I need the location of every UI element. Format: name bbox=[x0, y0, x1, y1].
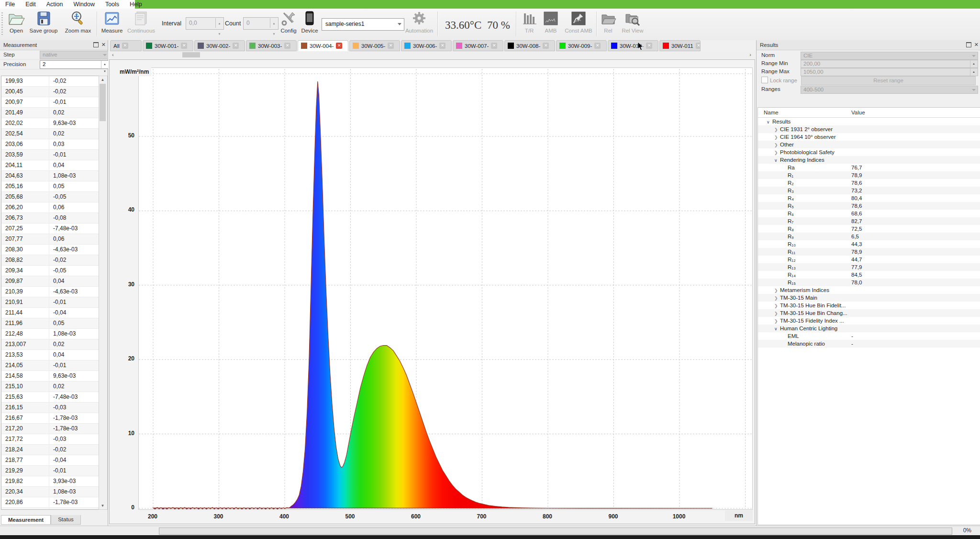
tree-expander-icon[interactable]: ❯ bbox=[774, 287, 780, 294]
measurement-row[interactable]: 220,86-1,78e-03 bbox=[1, 497, 99, 508]
measurement-row[interactable]: 209,870,04 bbox=[1, 276, 99, 287]
precision-spinbox[interactable]: 2 ▲▼ bbox=[40, 60, 109, 69]
series-tab-30w-008-[interactable]: 30W-008-✕ bbox=[504, 40, 555, 51]
series-tab-30w-007-[interactable]: 30W-007-✕ bbox=[453, 40, 503, 51]
measurement-row[interactable]: 217,20-1,78e-03 bbox=[1, 424, 99, 434]
tab-close-button[interactable]: ✕ bbox=[388, 43, 394, 49]
measurement-row[interactable]: 205,68-0,05 bbox=[1, 192, 99, 202]
tree-expander-icon[interactable]: ❯ bbox=[774, 294, 780, 302]
tab-close-button[interactable]: ✕ bbox=[491, 43, 497, 49]
measurement-row[interactable]: 203,59-0,01 bbox=[1, 150, 99, 160]
tab-measurement[interactable]: Measurement bbox=[1, 515, 51, 525]
measurement-row[interactable]: 214,05-0,01 bbox=[1, 360, 99, 371]
tree-row[interactable]: R₁₂44,7 bbox=[758, 256, 980, 263]
automation-button[interactable]: Automation bbox=[405, 11, 434, 34]
tree-row[interactable]: R₇82,7 bbox=[758, 217, 980, 225]
float-panel-icon[interactable] bbox=[966, 42, 971, 47]
ranges-select[interactable]: 400-500 bbox=[801, 86, 978, 94]
measurement-row[interactable]: 216,67-1,78e-03 bbox=[1, 413, 99, 424]
measurement-row[interactable]: 220,341,08e-03 bbox=[1, 487, 99, 497]
tree-row[interactable]: ∨Rendering Indices bbox=[758, 156, 980, 164]
tab-scrollbar-thumb[interactable] bbox=[182, 52, 200, 57]
reset-range-button[interactable]: Reset range bbox=[801, 76, 976, 85]
measurement-row[interactable]: 208,30-4,63e-03 bbox=[1, 245, 99, 255]
tree-row[interactable]: R₉6,5 bbox=[758, 233, 980, 240]
tree-row[interactable]: R₂78,6 bbox=[758, 179, 980, 187]
tree-expander-icon[interactable]: ∨ bbox=[774, 325, 780, 333]
scrollbar-thumb[interactable] bbox=[100, 84, 106, 121]
tree-row[interactable]: ❯TM-30-15 Hue Bin Chang... bbox=[758, 309, 980, 317]
tree-row[interactable]: ❯Metamerism Indices bbox=[758, 286, 980, 294]
tree-row[interactable]: R₁₁78,9 bbox=[758, 248, 980, 256]
measurement-row[interactable]: 215,63-7,48e-03 bbox=[1, 392, 99, 403]
count-spin-arrows[interactable]: ▲▼ bbox=[270, 18, 278, 28]
measurement-row[interactable]: 218,77-0,04 bbox=[1, 455, 99, 466]
const-amb-button[interactable]: Const AMB bbox=[564, 11, 593, 34]
tab-close-button[interactable]: ✕ bbox=[233, 43, 239, 49]
tree-row[interactable]: R₁₃77,9 bbox=[758, 263, 980, 271]
spectrum-chart[interactable]: mW/m²/nm 01020304050 2003004005006007008… bbox=[109, 59, 755, 524]
measurement-row[interactable]: 207,25-7,48e-03 bbox=[1, 224, 99, 234]
tree-row[interactable]: ❯TM-30-15 Main bbox=[758, 294, 980, 302]
measurement-row[interactable]: 202,029,63e-03 bbox=[1, 118, 99, 129]
float-panel-icon[interactable] bbox=[93, 42, 99, 47]
tree-row[interactable]: R₄80,4 bbox=[758, 194, 980, 202]
tree-row[interactable]: R₁78,9 bbox=[758, 171, 980, 179]
tree-value-column-header[interactable]: Value bbox=[851, 108, 865, 117]
menu-tools[interactable]: Tools bbox=[100, 0, 124, 9]
measurement-row[interactable]: 211,44-0,04 bbox=[1, 308, 99, 318]
series-tab-all[interactable]: All✕ bbox=[110, 40, 142, 51]
tree-row[interactable]: ❯Photobiological Safety bbox=[758, 148, 980, 156]
tree-row[interactable]: R₆68,6 bbox=[758, 210, 980, 217]
tree-expander-icon[interactable]: ❯ bbox=[774, 149, 780, 157]
series-tab-30w-009-[interactable]: 30W-009-✕ bbox=[556, 40, 607, 51]
measurement-row[interactable]: 207,770,06 bbox=[1, 234, 99, 245]
measurement-row[interactable]: 200,97-0,01 bbox=[1, 97, 99, 108]
range-max-spin-arrows[interactable]: ▲▼ bbox=[970, 68, 977, 76]
tab-close-button[interactable]: ✕ bbox=[122, 43, 128, 49]
tree-expander-icon[interactable]: ∨ bbox=[767, 118, 772, 126]
measure-button[interactable]: Measure bbox=[100, 11, 123, 34]
tree-row[interactable]: R₅78,6 bbox=[758, 202, 980, 210]
tree-row[interactable]: R₃73,2 bbox=[758, 187, 980, 194]
series-tab-30w-010-[interactable]: 30W-010-✕ bbox=[608, 40, 658, 51]
tree-expander-icon[interactable]: ∨ bbox=[774, 157, 780, 164]
measurement-row[interactable]: 215,100,02 bbox=[1, 382, 99, 392]
tab-close-button[interactable]: ✕ bbox=[336, 43, 342, 49]
measurement-table-scrollbar[interactable]: ▲ ▼ bbox=[99, 76, 108, 510]
measurement-row[interactable]: 213,530,04 bbox=[1, 350, 99, 360]
tab-close-button[interactable]: ✕ bbox=[696, 43, 701, 49]
measurement-row[interactable]: 210,39-4,63e-03 bbox=[1, 287, 99, 297]
tree-expander-icon[interactable]: ❯ bbox=[774, 302, 780, 310]
range-min-spinbox[interactable]: 200,00 ▲▼ bbox=[801, 60, 978, 68]
menu-file[interactable]: File bbox=[0, 0, 20, 9]
tree-name-column-header[interactable]: Name bbox=[764, 108, 779, 117]
measurement-row[interactable]: 200,45-0,02 bbox=[1, 87, 99, 97]
measurement-row[interactable]: 205,160,05 bbox=[1, 181, 99, 192]
close-panel-icon[interactable]: ✕ bbox=[974, 42, 979, 47]
measurement-row[interactable]: 212,481,08e-03 bbox=[1, 329, 99, 339]
tree-row[interactable]: R₁₀44,3 bbox=[758, 240, 980, 248]
series-tab-30w-001-[interactable]: 30W-001-✕ bbox=[143, 40, 193, 51]
tab-status[interactable]: Status bbox=[51, 515, 81, 525]
series-tab-30w-004-[interactable]: 30W-004-✕ bbox=[298, 40, 348, 51]
measurement-row[interactable]: 204,631,08e-03 bbox=[1, 171, 99, 181]
tree-expander-icon[interactable]: ❯ bbox=[774, 126, 780, 134]
measurement-row[interactable]: 217,72-0,03 bbox=[1, 434, 99, 445]
step-select[interactable]: native bbox=[40, 51, 109, 59]
measurement-row[interactable]: 211,960,05 bbox=[1, 318, 99, 329]
tab-close-button[interactable]: ✕ bbox=[543, 43, 549, 49]
measurement-row[interactable]: 206,200,06 bbox=[1, 202, 99, 213]
tree-expander-icon[interactable]: ❯ bbox=[774, 141, 780, 149]
tree-row[interactable]: Melanopic ratio- bbox=[758, 340, 980, 348]
measurement-row[interactable]: 214,589,63e-03 bbox=[1, 371, 99, 382]
tree-row[interactable]: ❯TM-30-15 Fidelity Index ... bbox=[758, 317, 980, 325]
tree-row[interactable]: R₈72,5 bbox=[758, 225, 980, 233]
precision-spin-arrows[interactable]: ▲▼ bbox=[101, 61, 108, 68]
measurement-row[interactable]: 204,110,04 bbox=[1, 160, 99, 171]
tab-close-button[interactable]: ✕ bbox=[646, 43, 652, 49]
measurement-row[interactable]: 201,490,02 bbox=[1, 108, 99, 118]
measurement-row[interactable]: 210,91-0,01 bbox=[1, 297, 99, 308]
tree-expander-icon[interactable]: ❯ bbox=[774, 134, 780, 141]
save-group-button[interactable]: Save group bbox=[27, 11, 60, 34]
